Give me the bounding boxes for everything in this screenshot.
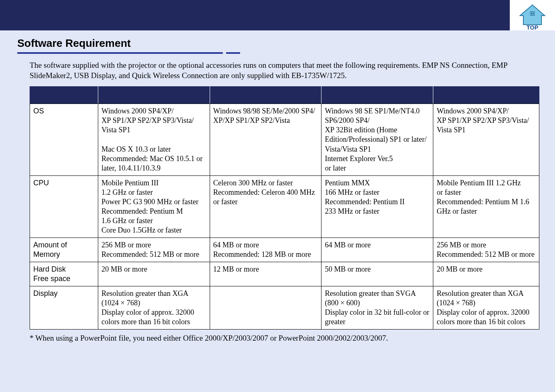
- svg-point-7: [534, 14, 534, 15]
- cell: Windows 98 SE SP1/Me/NT4.0 SP6/2000 SP4/…: [321, 104, 433, 175]
- spec-table: OS Windows 2000 SP4/XP/ XP SP1/XP SP2/XP…: [30, 86, 539, 330]
- footnote: * When using a PowerPoint file, you need…: [30, 334, 538, 343]
- cell: Celeron 300 MHz or faster Recommended: C…: [210, 175, 321, 238]
- svg-point-2: [530, 12, 531, 13]
- svg-point-6: [532, 14, 533, 15]
- table-header-row: [30, 87, 539, 104]
- row-label-harddisk: Hard Disk Free space: [30, 262, 98, 286]
- cell: 50 MB or more: [321, 262, 433, 286]
- cell: 64 MB or more Recommended: 128 MB or mor…: [210, 238, 321, 262]
- table-body: OS Windows 2000 SP4/XP/ XP SP1/XP SP2/XP…: [30, 104, 539, 330]
- cell: Windows 2000 SP4/XP/ XP SP1/XP SP2/XP SP…: [433, 104, 539, 175]
- row-label-os: OS: [30, 104, 98, 175]
- row-label-memory: Amount of Memory: [30, 238, 98, 262]
- cell: Resolution greater than XGA (1024 × 768)…: [433, 286, 539, 329]
- svg-point-5: [530, 14, 531, 15]
- cell: Resolution greater than SVGA (800 × 600)…: [321, 286, 433, 329]
- table-row: Hard Disk Free space 20 MB or more 12 MB…: [30, 262, 539, 286]
- cell: 256 MB or more Recommended: 512 MB or mo…: [433, 238, 539, 262]
- table-row: OS Windows 2000 SP4/XP/ XP SP1/XP SP2/XP…: [30, 104, 539, 175]
- top-label: TOP: [527, 24, 539, 30]
- table-header-blank: [30, 87, 98, 104]
- cell: 20 MB or more: [433, 262, 539, 286]
- svg-point-3: [532, 12, 533, 13]
- cell: 20 MB or more: [98, 262, 210, 286]
- table-header-col2: [98, 87, 210, 104]
- cell: Mobile Pentium III 1.2 GHz or faster Rec…: [433, 175, 539, 238]
- title-underline: [17, 52, 240, 54]
- cell: Pentium MMX 166 MHz or faster Recommende…: [321, 175, 433, 238]
- intro-paragraph: The software supplied with the projector…: [30, 60, 535, 81]
- header-dark-strip: [0, 0, 510, 30]
- home-icon[interactable]: TOP: [518, 4, 547, 30]
- svg-point-4: [534, 12, 534, 13]
- table-row: Display Resolution greater than XGA (102…: [30, 286, 539, 329]
- table-row: CPU Mobile Pentium III 1.2 GHz or faster…: [30, 175, 539, 238]
- table-header-col4: [321, 87, 433, 104]
- cell: 256 MB or more Recommended: 512 MB or mo…: [98, 238, 210, 262]
- header-home-area: TOP: [510, 0, 555, 30]
- cell: 12 MB or more: [210, 262, 321, 286]
- spec-table-wrap: OS Windows 2000 SP4/XP/ XP SP1/XP SP2/XP…: [30, 86, 539, 330]
- cell: Mobile Pentium III 1.2 GHz or faster Pow…: [98, 175, 210, 238]
- section-title: Software Requirement: [17, 37, 538, 50]
- row-label-cpu: CPU: [30, 175, 98, 238]
- cell: Windows 2000 SP4/XP/ XP SP1/XP SP2/XP SP…: [98, 104, 210, 175]
- top-header-bar: TOP: [0, 0, 555, 30]
- table-header-col3: [210, 87, 321, 104]
- cell: 64 MB or more: [321, 238, 433, 262]
- cell: Resolution greater than XGA (1024 × 768)…: [98, 286, 210, 329]
- cell: Windows 98/98 SE/Me/2000 SP4/ XP/XP SP1/…: [210, 104, 321, 175]
- page-content: Software Requirement The software suppli…: [0, 30, 555, 343]
- cell: [210, 286, 321, 329]
- svg-rect-1: [530, 12, 535, 16]
- table-header-col5: [433, 87, 539, 104]
- row-label-display: Display: [30, 286, 98, 329]
- table-row: Amount of Memory 256 MB or more Recommen…: [30, 238, 539, 262]
